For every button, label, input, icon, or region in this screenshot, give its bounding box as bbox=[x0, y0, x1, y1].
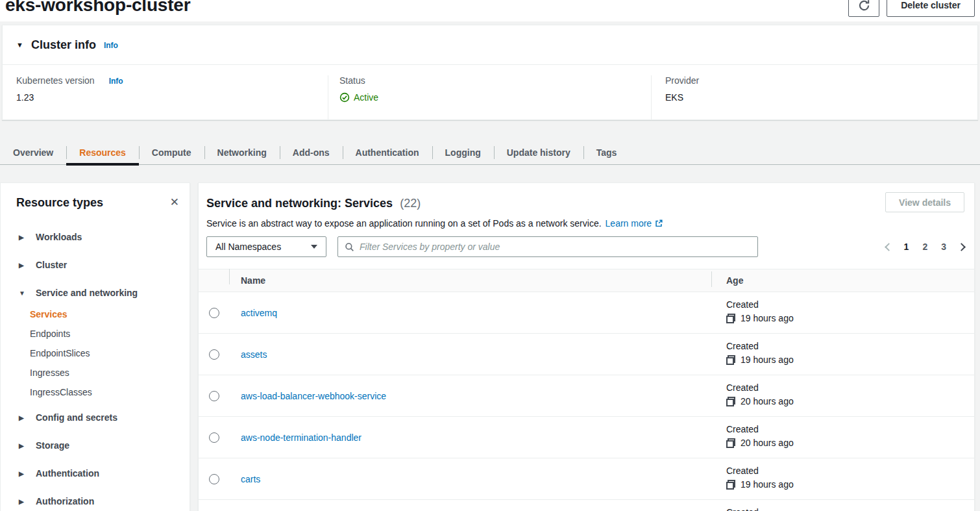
resource-types-panel: Resource types ✕ ▶ Workloads ▶ Cluster ▼… bbox=[0, 182, 190, 511]
sidebar-item-cluster-label: Cluster bbox=[36, 260, 67, 270]
status-value: Active bbox=[354, 92, 378, 103]
service-link[interactable]: aws-node-termination-handler bbox=[241, 432, 361, 443]
row-radio[interactable] bbox=[209, 432, 219, 443]
sidebar-item-services[interactable]: Services bbox=[30, 305, 190, 324]
sidebar-item-endpoints[interactable]: Endpoints bbox=[30, 324, 190, 343]
tab-tags[interactable]: Tags bbox=[583, 141, 630, 164]
refresh-icon bbox=[858, 0, 870, 12]
cluster-info-info-link[interactable]: Info bbox=[104, 41, 118, 50]
external-link-icon bbox=[654, 219, 663, 228]
service-link[interactable]: assets bbox=[241, 349, 267, 360]
services-panel-title: Service and networking: Services bbox=[206, 197, 393, 210]
service-link[interactable]: aws-load-balancer-webhook-service bbox=[241, 391, 386, 401]
sidebar-item-ingresses[interactable]: Ingresses bbox=[30, 363, 190, 382]
tab-resources-label: Resources bbox=[79, 147, 126, 158]
namespace-select[interactable]: All Namespaces bbox=[206, 236, 326, 257]
service-link[interactable]: carts bbox=[241, 474, 260, 484]
status-active-check-icon bbox=[339, 92, 350, 103]
namespace-select-value: All Namespaces bbox=[215, 242, 281, 252]
sidebar-item-workloads-label: Workloads bbox=[36, 232, 82, 242]
age-value: 19 hours ago bbox=[741, 479, 794, 490]
sidebar-item-config-and-secrets[interactable]: ▶ Config and secrets bbox=[19, 411, 190, 424]
expand-caret-icon: ▶ bbox=[19, 442, 26, 449]
cluster-tabs: Overview Resources Compute Networking Ad… bbox=[0, 141, 980, 165]
resource-types-title: Resource types bbox=[16, 195, 103, 210]
age-column-header: Age bbox=[711, 275, 974, 286]
kubernetes-version-label: Kubernetes version bbox=[16, 75, 95, 86]
cluster-info-body: Kubernetes version Info 1.23 Status Acti… bbox=[3, 65, 977, 119]
previous-page-icon bbox=[885, 243, 893, 251]
service-link[interactable]: activemq bbox=[241, 308, 277, 318]
sidebar-item-endpointslices[interactable]: EndpointSlices bbox=[30, 343, 190, 363]
sidebar-item-service-and-networking[interactable]: ▼ Service and networking bbox=[19, 286, 190, 299]
created-label: Created bbox=[726, 382, 974, 393]
age-value: 20 hours ago bbox=[741, 438, 794, 448]
tab-compute[interactable]: Compute bbox=[139, 141, 204, 164]
sidebar-item-storage[interactable]: ▶ Storage bbox=[19, 439, 190, 452]
chevron-down-icon bbox=[311, 245, 317, 249]
kubernetes-version-info-link[interactable]: Info bbox=[109, 77, 123, 86]
next-page-icon[interactable] bbox=[957, 243, 966, 251]
sidebar-item-cluster[interactable]: ▶ Cluster bbox=[19, 258, 190, 271]
sidebar-item-authentication[interactable]: ▶ Authentication bbox=[19, 467, 190, 480]
created-label: Created bbox=[726, 466, 974, 476]
created-label: Created bbox=[726, 299, 974, 310]
tab-update-history[interactable]: Update history bbox=[494, 141, 583, 164]
tab-networking[interactable]: Networking bbox=[204, 141, 280, 164]
page-number-2[interactable]: 2 bbox=[918, 240, 931, 254]
tab-logging[interactable]: Logging bbox=[432, 141, 494, 164]
created-label: Created bbox=[726, 507, 974, 511]
table-header: Name Age bbox=[199, 269, 974, 292]
kubernetes-version-field: Kubernetes version Info 1.23 bbox=[3, 75, 328, 119]
row-radio[interactable] bbox=[209, 474, 219, 484]
view-details-button[interactable]: View details bbox=[885, 192, 964, 212]
table-row: assets Created 19 hours ago bbox=[199, 334, 974, 375]
services-filter-input[interactable] bbox=[360, 242, 751, 252]
row-radio[interactable] bbox=[209, 308, 219, 318]
table-row: activemq Created 19 hours ago bbox=[199, 292, 974, 334]
table-row: carts Created 19 hours ago bbox=[199, 458, 974, 500]
delete-cluster-button[interactable]: Delete cluster bbox=[887, 0, 975, 17]
copy-icon[interactable] bbox=[726, 438, 735, 448]
sidebar-item-workloads[interactable]: ▶ Workloads bbox=[19, 231, 190, 243]
refresh-button[interactable] bbox=[848, 0, 879, 17]
tab-overview-label: Overview bbox=[13, 147, 53, 158]
sidebar-item-storage-label: Storage bbox=[36, 440, 69, 451]
tab-authentication[interactable]: Authentication bbox=[343, 141, 432, 164]
page-number-1[interactable]: 1 bbox=[900, 240, 913, 254]
cluster-info-header: ▼ Cluster info Info bbox=[3, 25, 977, 65]
expand-caret-icon: ▶ bbox=[19, 498, 26, 505]
collapse-caret-icon[interactable]: ▼ bbox=[16, 41, 23, 49]
copy-icon[interactable] bbox=[726, 397, 735, 406]
sidebar-item-authorization-label: Authorization bbox=[36, 496, 94, 506]
expand-caret-icon: ▶ bbox=[19, 414, 26, 421]
row-radio[interactable] bbox=[209, 391, 219, 401]
name-column-header: Name bbox=[229, 275, 711, 286]
tab-update-history-label: Update history bbox=[507, 147, 570, 158]
age-value: 20 hours ago bbox=[741, 396, 794, 406]
provider-label: Provider bbox=[665, 75, 699, 86]
sidebar-item-authorization[interactable]: ▶ Authorization bbox=[19, 495, 190, 508]
tab-tags-label: Tags bbox=[596, 147, 617, 158]
copy-icon[interactable] bbox=[726, 355, 735, 365]
row-radio[interactable] bbox=[209, 349, 219, 360]
kubernetes-version-value: 1.23 bbox=[16, 92, 328, 103]
close-icon[interactable]: ✕ bbox=[170, 195, 179, 210]
table-row: aws-load-balancer-webhook-service Create… bbox=[199, 375, 974, 417]
services-table: Name Age activemq Created 19 hours ago a… bbox=[199, 269, 974, 511]
provider-value: EKS bbox=[665, 92, 977, 103]
age-value: 19 hours ago bbox=[741, 355, 794, 365]
provider-field: Provider EKS bbox=[651, 75, 977, 119]
tab-overview[interactable]: Overview bbox=[0, 141, 66, 164]
pagination: 1 2 3 bbox=[886, 240, 964, 254]
tab-add-ons[interactable]: Add-ons bbox=[280, 141, 343, 164]
status-badge: Active bbox=[339, 92, 651, 103]
learn-more-link[interactable]: Learn more bbox=[606, 218, 652, 229]
services-count: (22) bbox=[400, 197, 421, 210]
tab-resources[interactable]: Resources bbox=[66, 141, 139, 164]
copy-icon[interactable] bbox=[726, 314, 735, 323]
sidebar-item-ingressclasses[interactable]: IngressClasses bbox=[30, 382, 190, 402]
page-number-3[interactable]: 3 bbox=[937, 240, 950, 254]
copy-icon[interactable] bbox=[726, 480, 735, 490]
tab-networking-label: Networking bbox=[217, 147, 267, 158]
